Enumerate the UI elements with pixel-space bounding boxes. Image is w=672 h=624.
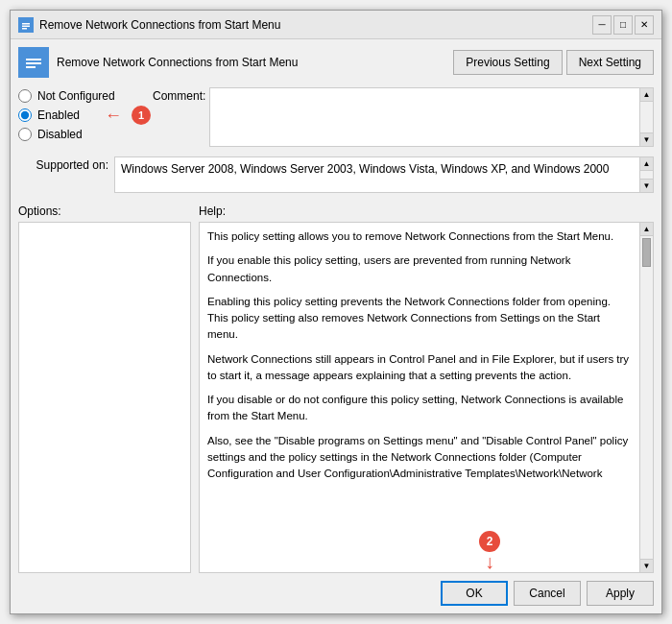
disabled-label: Disabled	[37, 128, 83, 141]
enabled-label: Enabled	[37, 108, 80, 122]
svg-rect-7	[26, 66, 36, 68]
help-para-1: This policy setting allows you to remove…	[207, 228, 632, 245]
setting-icon	[18, 47, 49, 78]
scroll-down-arrow[interactable]: ▼	[640, 132, 653, 146]
comment-textarea[interactable]	[210, 88, 653, 146]
header-row: Remove Network Connections from Start Me…	[18, 47, 654, 78]
help-para-4: Network Connections still appears in Con…	[207, 351, 632, 385]
help-label: Help:	[199, 204, 654, 218]
supported-on-label: Supported on:	[18, 156, 114, 172]
title-controls: ─ □ ✕	[592, 15, 654, 35]
help-para-5: If you disable or do not configure this …	[207, 392, 632, 425]
help-scroll-thumb[interactable]	[642, 238, 651, 267]
help-text-area: This policy setting allows you to remove…	[200, 223, 639, 572]
help-para-2: If you enable this policy setting, users…	[207, 252, 632, 286]
main-dialog: Remove Network Connections from Start Me…	[10, 10, 662, 614]
dialog-title: Remove Network Connections from Start Me…	[39, 18, 280, 32]
supported-scroll-down[interactable]: ▼	[640, 179, 653, 192]
maximize-button[interactable]: □	[613, 15, 633, 35]
svg-rect-2	[22, 25, 30, 27]
bottom-row: 2 ↓ OK Cancel Apply	[18, 573, 654, 606]
svg-rect-6	[26, 62, 41, 64]
comment-label: Comment:	[153, 87, 205, 103]
title-bar-left: Remove Network Connections from Start Me…	[18, 17, 280, 33]
next-setting-button[interactable]: Next Setting	[566, 50, 654, 75]
supported-scrollbar: ▲ ▼	[639, 157, 653, 192]
annotation-circle-1: 1	[132, 106, 151, 125]
ok-button[interactable]: OK	[441, 581, 508, 606]
help-scroll-track	[640, 269, 653, 559]
dialog-content: Remove Network Connections from Start Me…	[11, 39, 661, 613]
annotation-2: 2 ↓	[479, 531, 500, 571]
not-configured-label: Not Configured	[37, 89, 115, 103]
supported-text: Windows Server 2008, Windows Server 2003…	[121, 162, 609, 176]
scroll-track	[640, 102, 653, 132]
svg-rect-5	[26, 59, 41, 60]
comment-scrollbar: ▲ ▼	[639, 88, 653, 146]
not-configured-option[interactable]: Not Configured	[18, 89, 153, 103]
svg-rect-3	[22, 28, 27, 30]
options-box	[18, 222, 191, 573]
disabled-option[interactable]: Disabled	[18, 128, 153, 141]
header-title: Remove Network Connections from Start Me…	[57, 56, 298, 69]
help-section: Help: This policy setting allows you to …	[199, 204, 654, 573]
svg-rect-1	[22, 23, 30, 25]
annotation-circle-2: 2	[479, 531, 500, 552]
comment-box-wrapper: ▲ ▼	[209, 87, 654, 147]
annotation-arrow-1: ←	[105, 106, 122, 126]
supported-on-row: Supported on: Windows Server 2008, Windo…	[18, 156, 654, 193]
help-scroll-up[interactable]: ▲	[640, 223, 653, 236]
supported-box: Windows Server 2008, Windows Server 2003…	[114, 156, 654, 193]
header-buttons: Previous Setting Next Setting	[453, 50, 654, 75]
help-para-6: Also, see the "Disable programs on Setti…	[207, 433, 632, 483]
previous-setting-button[interactable]: Previous Setting	[453, 50, 562, 75]
annotation-arrow-2: ↓	[485, 552, 494, 571]
scroll-up-arrow[interactable]: ▲	[640, 88, 653, 102]
minimize-button[interactable]: ─	[592, 15, 612, 35]
help-scroll-down[interactable]: ▼	[640, 559, 653, 572]
supported-scroll-track	[640, 171, 653, 179]
help-box-wrapper: This policy setting allows you to remove…	[199, 222, 654, 573]
apply-button[interactable]: Apply	[587, 581, 654, 606]
help-scrollbar: ▲ ▼	[639, 223, 653, 572]
dialog-icon	[18, 17, 34, 33]
help-para-3: Enabling this policy setting prevents th…	[207, 294, 632, 344]
options-label: Options:	[18, 204, 191, 218]
supported-scroll-up[interactable]: ▲	[640, 157, 653, 171]
options-help-row: Options: Help: This policy setting allow…	[18, 204, 654, 573]
header-left: Remove Network Connections from Start Me…	[18, 47, 298, 78]
options-section: Options:	[18, 204, 191, 573]
close-button[interactable]: ✕	[635, 15, 654, 35]
cancel-button[interactable]: Cancel	[514, 581, 581, 606]
title-bar: Remove Network Connections from Start Me…	[11, 11, 661, 39]
enabled-option[interactable]: Enabled ← 1	[18, 108, 153, 122]
